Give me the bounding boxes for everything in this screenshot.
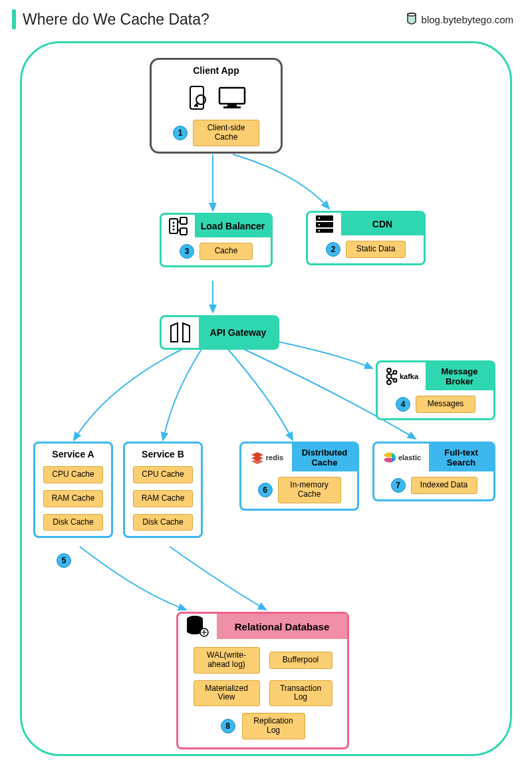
svg-point-17 (319, 224, 320, 225)
svcA-item-0: CPU Cache (43, 466, 103, 483)
load-balancer-icon (162, 215, 195, 237)
cdn-cache-pill: Static Data (346, 241, 406, 258)
db-item-2: Materialized View (194, 680, 260, 707)
search-cache-pill: Indexed Data (411, 477, 477, 494)
title-accent-bar (12, 9, 16, 29)
svg-rect-4 (219, 88, 245, 104)
db-title: Relational Database (217, 614, 347, 639)
kafka-logo-icon: kafka (378, 362, 426, 390)
service-b-box: Service B CPU Cache RAM Cache Disk Cache (123, 442, 203, 538)
svg-point-20 (387, 380, 391, 384)
dist-title: Distributed Cache (292, 444, 357, 471)
svg-point-18 (319, 230, 320, 231)
brand: blog.bytebytego.com (406, 13, 513, 26)
svcB-item-2: Disk Cache (133, 514, 193, 531)
phone-icon (184, 84, 210, 113)
svg-point-8 (173, 222, 175, 224)
svcB-item-1: RAM Cache (133, 490, 193, 507)
client-title: Client App (152, 60, 281, 77)
header: Where do We Cache Data? blog.bytebytego.… (0, 0, 532, 36)
svg-point-16 (319, 217, 320, 219)
gateway-icon (162, 317, 199, 348)
kafka-label: kafka (400, 372, 418, 380)
svg-point-9 (173, 225, 175, 227)
svg-point-10 (173, 229, 175, 231)
db-item-3: Transaction Log (269, 680, 332, 707)
page-title: Where do We Cache Data? (23, 11, 209, 29)
badge-num-6: 6 (258, 483, 273, 497)
service-a-box: Service A CPU Cache RAM Cache Disk Cache (33, 442, 113, 538)
svg-rect-6 (223, 106, 241, 108)
client-app-box: Client App 1 Client-side Cache (150, 58, 283, 154)
badge-num-5: 5 (57, 553, 71, 568)
broker-title: Message Broker (426, 362, 493, 390)
database-icon (178, 614, 217, 639)
elastic-label: elastic (398, 453, 421, 461)
search-title: Full-text Search (429, 444, 493, 471)
svcA-title: Service A (35, 444, 111, 461)
gw-title: API Gateway (199, 317, 277, 348)
svcA-item-1: RAM Cache (43, 490, 103, 507)
distributed-cache-box: redis Distributed Cache 6 In-memory Cach… (239, 442, 359, 511)
relational-db-box: Relational Database WAL(write-ahead log)… (176, 612, 349, 749)
redis-label: redis (266, 453, 283, 461)
redis-logo-icon: redis (241, 444, 292, 471)
badge-num-1: 1 (173, 126, 188, 140)
db-item-4: Replication Log (242, 713, 305, 739)
svcA-item-2: Disk Cache (43, 514, 103, 531)
badge-num-8: 8 (221, 719, 235, 733)
brand-text: blog.bytebytego.com (422, 14, 513, 25)
badge-num-3: 3 (180, 244, 194, 259)
svg-rect-12 (180, 228, 187, 235)
fulltext-search-box: elastic Full-text Search 7 Indexed Data (372, 442, 495, 501)
api-gateway-box: API Gateway (160, 315, 279, 350)
svg-rect-11 (180, 217, 187, 224)
svg-point-21 (386, 374, 391, 379)
db-item-0: WAL(write-ahead log) (194, 647, 260, 674)
badge-num-4: 4 (396, 397, 410, 412)
broker-cache-pill: Messages (416, 396, 475, 413)
svg-rect-5 (227, 104, 237, 106)
svcB-item-0: CPU Cache (133, 466, 193, 483)
badge-num-7: 7 (391, 478, 406, 493)
svcB-title: Service B (125, 444, 201, 461)
lb-title: Load Balancer (195, 215, 271, 237)
cdn-title: CDN (341, 213, 424, 235)
elastic-logo-icon: elastic (374, 444, 429, 471)
message-broker-box: kafka Message Broker 4 Messages (376, 360, 495, 420)
load-balancer-box: Load Balancer 3 Cache (160, 213, 273, 267)
badge-num-2: 2 (326, 242, 340, 257)
client-cache-pill: Client-side Cache (193, 120, 259, 146)
server-stack-icon (308, 213, 341, 235)
lb-cache-pill: Cache (200, 243, 253, 260)
cdn-box: CDN 2 Static Data (306, 211, 426, 265)
db-item-1: Bufferpool (269, 652, 332, 669)
svg-point-0 (408, 13, 416, 16)
brand-logo-icon (406, 13, 418, 26)
monitor-icon (215, 84, 249, 113)
dist-cache-pill: In-memory Cache (278, 477, 341, 503)
diagram-canvas: Client App 1 Client-side Cache Load Bala… (20, 41, 512, 756)
svg-point-19 (387, 368, 391, 372)
